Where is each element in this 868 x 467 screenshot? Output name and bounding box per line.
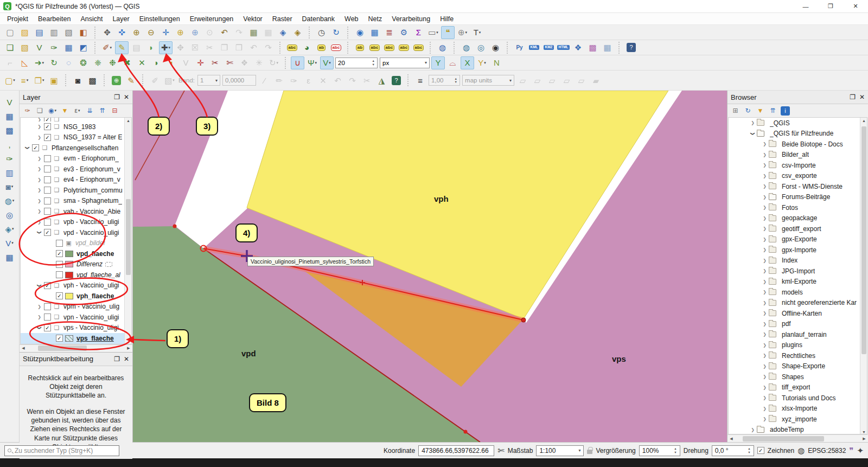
search-catalog-button[interactable]: ◎	[474, 41, 488, 54]
python-console-button[interactable]: Py	[513, 41, 526, 54]
color-grid-plugin-button[interactable]: ▩	[586, 41, 599, 54]
terrain-profile-button[interactable]: ◮	[375, 74, 388, 87]
browser-tree-row[interactable]: ❯csv_exporte	[729, 171, 867, 182]
layer-visibility-checkbox[interactable]	[56, 271, 63, 278]
minimize-button[interactable]: —	[793, 0, 818, 12]
merge-features-button[interactable]: ✄	[223, 56, 237, 69]
expander-icon[interactable]: ❯	[761, 184, 768, 189]
layer-tree-row[interactable]: ❯❏ev3 - Eriophorum_v	[21, 164, 131, 175]
zoom-search-button[interactable]: ⊕▾	[456, 26, 469, 39]
add-wfs-layer-button[interactable]: ◈▾	[3, 222, 16, 235]
open-attribute-table-button[interactable]: ▦	[368, 26, 381, 39]
quickmapservices-search-button[interactable]: ⊕	[110, 74, 123, 87]
field-calculator-button[interactable]: ≣	[382, 26, 396, 39]
rotate-feature-button[interactable]: ↻	[47, 56, 61, 69]
export-kml-button[interactable]: KML	[527, 41, 541, 54]
add-polygon-feature-button[interactable]: ◗	[144, 41, 158, 54]
avoid-overlap-button[interactable]: ⌓	[446, 56, 459, 69]
layer-visibility-checkbox[interactable]: ✓	[44, 282, 51, 289]
expander-icon[interactable]: ❯	[36, 118, 43, 121]
browser-tree-row[interactable]: ❯models	[729, 287, 867, 298]
coordinate-input[interactable]: 473866.66,5397622.66	[418, 445, 494, 456]
open-project-button[interactable]: ▨	[18, 26, 31, 39]
deselect-features-button[interactable]: ❐▾	[33, 74, 46, 87]
scroll-down-icon[interactable]: ▼	[860, 429, 867, 434]
split-parts-button[interactable]: ✂	[208, 56, 222, 69]
split-features-button[interactable]: ✛	[194, 56, 207, 69]
fill-ring-button[interactable]: ❉	[106, 56, 119, 69]
filter-browser-button[interactable]: ▼	[755, 105, 766, 116]
layer-tree-row[interactable]: ❯✓❏	[21, 118, 131, 121]
layer-tree-row[interactable]: Differenz	[21, 259, 131, 270]
layer-tree-row[interactable]: ❯❏vpm - Vaccinio_ulig	[21, 302, 131, 312]
open-data-source-manager-button[interactable]: ❏	[3, 41, 17, 54]
expander-icon[interactable]: ❯	[749, 120, 756, 125]
scroll-left-icon[interactable]: ◀	[20, 346, 27, 350]
expander-icon[interactable]: ❯	[761, 417, 768, 421]
menu-projekt[interactable]: Projekt	[2, 14, 33, 24]
vertex-tool-button[interactable]: ✚▾	[159, 41, 173, 54]
reshape-features-button[interactable]: ◗	[150, 56, 163, 69]
map-sketch-tool-button[interactable]: ✎	[124, 74, 138, 87]
browser-tree-row[interactable]: ❯gpx-Exporte	[729, 234, 867, 245]
menu-vektor[interactable]: Vektor	[238, 14, 267, 24]
browser-tree-row[interactable]: ❯geotiff_export	[729, 223, 867, 234]
zoom-full-button[interactable]: ✛	[159, 26, 173, 39]
move-label-diagram-button[interactable]: abc	[382, 41, 396, 54]
browser-tree-vscrollbar[interactable]: ▲ ▼	[860, 118, 867, 434]
line-width-icon-button[interactable]: ≡	[413, 74, 427, 87]
change-label-button[interactable]: abc	[412, 41, 425, 54]
menu-web[interactable]: Web	[340, 14, 363, 24]
move-feature-copy-button[interactable]: ➔▾	[33, 56, 46, 69]
import-photos-button[interactable]: ◙	[71, 74, 85, 87]
browser-tree-row[interactable]: ❯Bilder_alt	[729, 150, 867, 161]
expander-icon[interactable]: ❯	[25, 144, 30, 151]
render-checkbox[interactable]: ✓	[757, 447, 764, 454]
close-button[interactable]: ✕	[843, 0, 868, 12]
refresh-browser-button[interactable]: ↻	[742, 105, 754, 116]
locator-search-input[interactable]: Zu suchender Typ (Strg+K)	[4, 445, 119, 456]
style-manager-button[interactable]: ◧	[76, 26, 90, 39]
manage-map-themes-button[interactable]: ◉▾	[47, 105, 58, 116]
self-snapping-button[interactable]: N	[490, 56, 503, 69]
processing-toolbox-button[interactable]: ⚙	[397, 26, 411, 39]
layer-tree-row[interactable]: ✓vpd_flaeche	[21, 248, 131, 259]
layer-tree-row[interactable]: ❯❏sma - Sphagnetum_	[21, 196, 131, 207]
rotate-label-button[interactable]: abc	[397, 41, 411, 54]
zoom-in-button[interactable]: ⊕	[130, 26, 143, 39]
layer-visibility-checkbox[interactable]	[44, 155, 51, 162]
menu-bearbeiten[interactable]: Bearbeiten	[33, 14, 75, 24]
layer-tree-row[interactable]: ❯❏vpb - Vaccinio_uligi	[21, 217, 131, 228]
menu-ansicht[interactable]: Ansicht	[75, 14, 107, 24]
add-virtual-layer-button[interactable]: V▾	[3, 236, 16, 250]
browser-tree-row[interactable]: ❯Shape-Exporte	[729, 361, 867, 372]
layer-visibility-checkbox[interactable]	[56, 261, 63, 268]
layer-visibility-checkbox[interactable]	[44, 208, 51, 215]
expander-icon[interactable]: ❯	[761, 142, 768, 146]
layer-visibility-checkbox[interactable]	[44, 165, 51, 172]
add-wms-layer-button[interactable]: ◍▾	[3, 194, 16, 207]
menu-raster[interactable]: Raster	[267, 14, 297, 24]
menu-einstellungen[interactable]: Einstellungen	[135, 14, 185, 24]
expander-icon[interactable]: ❯	[761, 385, 768, 390]
messages-icon[interactable]: ❞	[849, 446, 853, 456]
new-mesh-layer-button[interactable]: ▦	[62, 41, 75, 54]
add-raster-layer-button[interactable]: ▦	[3, 110, 16, 123]
raster-help-button[interactable]: ?	[390, 74, 403, 87]
pan-to-selection-button[interactable]: ✜	[115, 26, 129, 39]
close-panel-icon[interactable]: ✕	[124, 93, 129, 101]
expander-icon[interactable]: ❯	[37, 324, 42, 331]
expander-icon[interactable]: ❯	[761, 311, 768, 316]
layer-visibility-checkbox[interactable]	[44, 314, 51, 321]
expander-icon[interactable]: ❯	[36, 304, 43, 309]
layer-visibility-checkbox[interactable]	[44, 303, 51, 310]
add-postgis-layer-button[interactable]: ◙▾	[3, 180, 16, 193]
expander-icon[interactable]: ❯	[761, 353, 768, 358]
float-panel-icon[interactable]: ❐	[114, 93, 120, 101]
expander-icon[interactable]: ❯	[761, 247, 768, 252]
expander-icon[interactable]: ❯	[761, 216, 768, 221]
layer-visibility-checkbox[interactable]	[44, 176, 51, 183]
new-project-button[interactable]: ▢	[3, 26, 17, 39]
export-html-button[interactable]: HTML	[557, 41, 570, 54]
expander-icon[interactable]: ❯	[750, 130, 755, 137]
